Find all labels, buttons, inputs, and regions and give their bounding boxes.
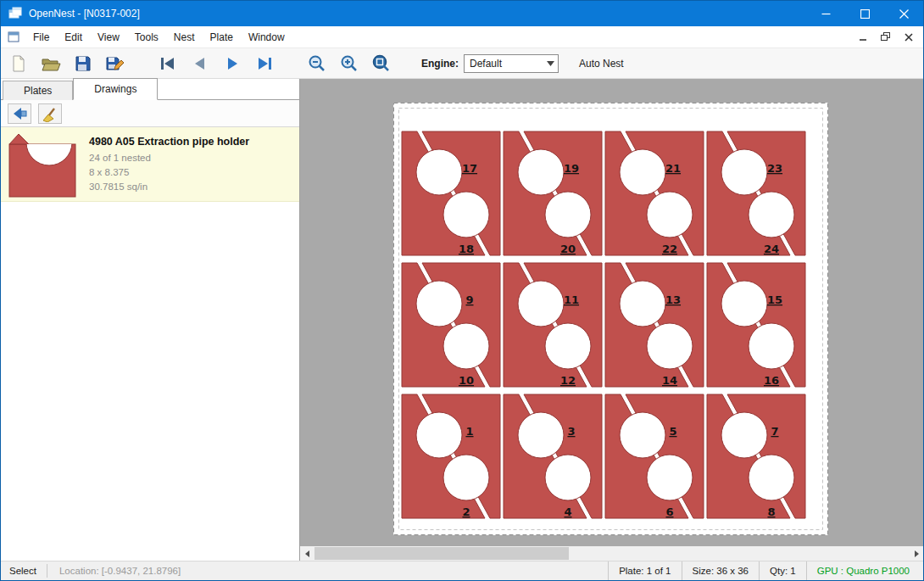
menu-edit[interactable]: Edit xyxy=(57,28,90,47)
menu-tools[interactable]: Tools xyxy=(127,28,166,47)
nest-pair-7-8[interactable]: 78 xyxy=(707,394,805,518)
part-number: 14 xyxy=(662,374,677,387)
part-number: 3 xyxy=(567,425,575,438)
statusbar: Select Location: [-0.9437, 21.8796] Plat… xyxy=(1,561,923,580)
main-toolbar: Engine: Default Auto Nest xyxy=(1,48,923,79)
part-notch-hole xyxy=(518,412,564,458)
mdi-close-button[interactable] xyxy=(897,29,920,46)
app-icon xyxy=(8,7,22,20)
nest-pair-9-10[interactable]: 910 xyxy=(402,263,500,387)
save-button[interactable] xyxy=(69,51,97,76)
part-notch-hole xyxy=(416,149,462,195)
drawing-list-item[interactable]: 4980 A05 Extraction pipe holder 24 of 1 … xyxy=(1,127,299,202)
auto-nest-button[interactable]: Auto Nest xyxy=(574,54,629,73)
open-button[interactable] xyxy=(36,51,65,76)
part-notch-hole xyxy=(647,455,693,500)
zoom-fit-icon xyxy=(372,54,391,73)
zoom-fit-button[interactable] xyxy=(367,51,396,76)
drawing-dimensions: 8 x 8.375 xyxy=(89,165,249,180)
menu-plate[interactable]: Plate xyxy=(203,28,241,47)
part-shape-icon xyxy=(7,131,80,198)
part-number: 1 xyxy=(465,425,473,438)
app-window: OpenNest - [N0317-002] File Edit View To… xyxy=(0,0,924,581)
minimize-button[interactable] xyxy=(806,1,845,26)
menu-file[interactable]: File xyxy=(25,28,57,47)
part-notch-hole xyxy=(749,323,794,369)
previous-plate-button[interactable] xyxy=(186,51,214,76)
part-number: 11 xyxy=(564,293,579,306)
menubar: File Edit View Tools Nest Plate Window xyxy=(1,26,923,48)
part-notch-hole xyxy=(749,455,794,500)
engine-select[interactable]: Default xyxy=(464,54,559,73)
part-number: 10 xyxy=(459,374,474,387)
nest-pair-19-20[interactable]: 1920 xyxy=(504,131,602,255)
save-edit-button[interactable] xyxy=(101,51,130,76)
part-notch-hole xyxy=(721,149,767,195)
mdi-child-controls xyxy=(851,29,920,46)
part-number: 9 xyxy=(465,293,473,306)
nest-pair-17-18[interactable]: 1718 xyxy=(402,131,500,255)
drawing-area: 30.7815 sq/in xyxy=(89,180,249,194)
nest-drawing[interactable]: 171819202122232491011121314151612345678 xyxy=(393,103,828,535)
mdi-minimize-icon xyxy=(859,33,867,42)
window-title: OpenNest - [N0317-002] xyxy=(29,8,140,20)
nest-pair-15-16[interactable]: 1516 xyxy=(707,263,805,387)
close-button[interactable] xyxy=(884,1,923,26)
tab-plates[interactable]: Plates xyxy=(3,81,73,100)
new-document-icon xyxy=(9,54,28,73)
engine-selected-value: Default xyxy=(465,58,543,70)
mdi-restore-button[interactable] xyxy=(874,29,897,46)
new-button[interactable] xyxy=(4,51,33,76)
nest-pair-13-14[interactable]: 1314 xyxy=(605,263,704,387)
part-notch-hole xyxy=(443,192,489,237)
scrollbar-thumb[interactable] xyxy=(314,547,569,560)
drawing-meta: 4980 A05 Extraction pipe holder 24 of 1 … xyxy=(81,131,249,197)
nest-pair-11-12[interactable]: 1112 xyxy=(504,263,602,387)
nest-pair-5-6[interactable]: 56 xyxy=(605,394,704,518)
sidebar-tabstrip: Plates Drawings xyxy=(1,79,299,100)
nest-canvas[interactable]: 171819202122232491011121314151612345678 xyxy=(300,79,923,561)
nest-pair-1-2[interactable]: 12 xyxy=(402,394,500,518)
blue-back-arrow-icon xyxy=(10,105,29,122)
nest-pair-21-22[interactable]: 2122 xyxy=(605,131,704,255)
menu-window[interactable]: Window xyxy=(241,28,292,47)
part-number: 20 xyxy=(560,243,576,255)
nest-pair-23-24[interactable]: 2324 xyxy=(707,131,805,255)
part-number: 22 xyxy=(662,243,677,255)
plate[interactable]: 171819202122232491011121314151612345678 xyxy=(393,103,828,535)
part-number: 15 xyxy=(767,293,782,306)
mdi-restore-icon xyxy=(881,32,890,42)
zoom-out-button[interactable] xyxy=(303,51,331,76)
return-part-button[interactable] xyxy=(8,103,31,124)
zoom-in-button[interactable] xyxy=(335,51,364,76)
part-number: 17 xyxy=(462,162,477,175)
tab-drawings[interactable]: Drawings xyxy=(73,78,158,100)
part-notch-hole xyxy=(545,323,591,369)
part-number: 18 xyxy=(459,243,474,255)
part-notch-hole xyxy=(518,149,564,195)
clear-nest-button[interactable] xyxy=(38,103,62,124)
part-notch-hole xyxy=(620,149,665,195)
part-notch-hole xyxy=(620,281,665,327)
menu-view[interactable]: View xyxy=(90,28,127,47)
chevron-down-icon[interactable] xyxy=(543,55,558,72)
nest-pair-3-4[interactable]: 34 xyxy=(504,394,602,518)
drawings-toolbar xyxy=(1,100,299,127)
broom-icon xyxy=(41,105,59,122)
part-number: 16 xyxy=(764,374,779,387)
mdi-minimize-button[interactable] xyxy=(851,29,874,46)
menu-nest[interactable]: Nest xyxy=(166,28,203,47)
content-area: Plates Drawings xyxy=(1,79,923,561)
part-notch-hole xyxy=(545,455,591,500)
status-plate-count: Plate: 1 of 1 xyxy=(608,561,681,580)
horizontal-scrollbar[interactable] xyxy=(300,546,923,561)
part-notch-hole xyxy=(620,412,665,458)
scroll-left-icon[interactable] xyxy=(300,546,314,561)
part-number: 4 xyxy=(564,506,571,518)
last-plate-button[interactable] xyxy=(250,51,279,76)
maximize-button[interactable] xyxy=(845,1,884,26)
part-number: 8 xyxy=(767,506,775,518)
first-plate-button[interactable] xyxy=(153,51,182,76)
next-plate-button[interactable] xyxy=(218,51,247,76)
scroll-right-icon[interactable] xyxy=(909,546,923,561)
